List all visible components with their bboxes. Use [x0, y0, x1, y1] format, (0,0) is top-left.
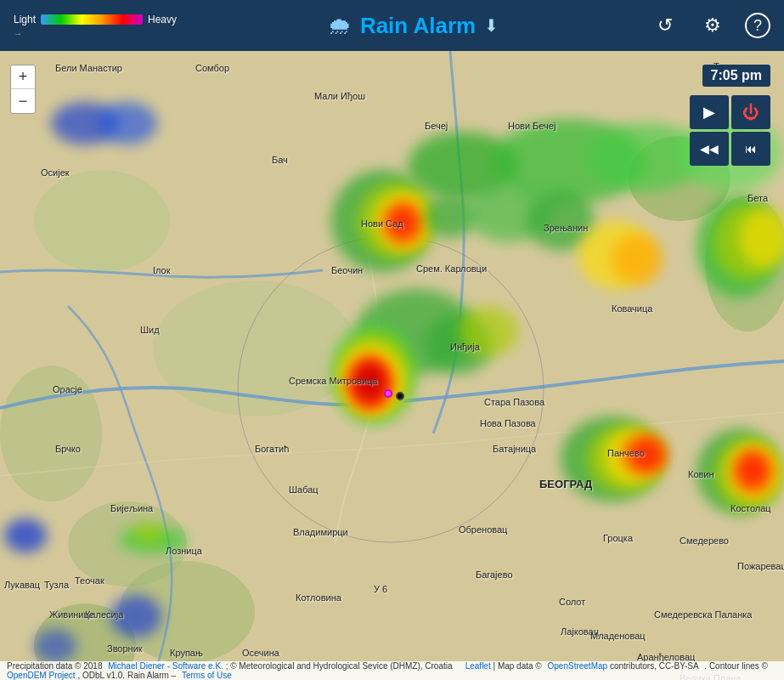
playback-controls: ▶ ⏻ ◀◀ ⏮ [690, 95, 770, 166]
legend-light-label: Light [14, 14, 36, 26]
opendem-link[interactable]: OpenDEM Project [7, 671, 76, 680]
osm-link[interactable]: OpenStreetMap [548, 661, 608, 671]
legend-labels: Light Heavy [14, 14, 177, 26]
legend-area: Light Heavy → [14, 14, 177, 38]
settings-button[interactable]: ⚙ [697, 10, 728, 41]
refresh-button[interactable]: ↺ [650, 10, 680, 41]
legend-arrow: → [14, 29, 22, 38]
leaflet-link[interactable]: Leaflet [465, 661, 491, 671]
terms-link[interactable]: Terms of Use [182, 671, 232, 680]
header: Light Heavy → 🌧 Rain Alarm ⬇ ↺ ⚙ ? [0, 0, 784, 51]
svg-point-6 [119, 561, 255, 663]
app-title: Rain Alarm [360, 13, 476, 39]
zoom-out-button[interactable]: − [11, 89, 35, 113]
legend-heavy-label: Heavy [148, 14, 177, 26]
attribution-text: Precipitation data © 2018 Michael Diener… [7, 661, 774, 680]
attribution-bar: Precipitation data © 2018 Michael Diener… [0, 661, 784, 680]
download-icon[interactable]: ⬇ [484, 15, 499, 36]
svg-point-1 [34, 170, 170, 272]
legend-bar-row: → [14, 29, 22, 38]
power-button[interactable]: ⏻ [731, 95, 770, 129]
zoom-controls: + − [10, 65, 36, 114]
header-right: ↺ ⚙ ? [650, 10, 770, 41]
time-display: 7:05 pm [702, 65, 770, 87]
header-center: 🌧 Rain Alarm ⬇ [328, 12, 499, 40]
legend-bar [41, 14, 143, 25]
skip-back-button[interactable]: ⏮ [731, 132, 770, 166]
help-button[interactable]: ? [745, 13, 770, 38]
attribution-link1[interactable]: Michael Diener - Software e.K. [108, 661, 223, 671]
zoom-in-button[interactable]: + [11, 65, 35, 89]
cloud-rain-icon: 🌧 [328, 12, 352, 40]
map-container[interactable]: Бели МанастирСомборТимишоараМали ИђошБеч… [0, 51, 784, 680]
svg-point-3 [0, 366, 102, 502]
map-svg [0, 51, 784, 680]
play-button[interactable]: ▶ [690, 95, 729, 129]
rewind-button[interactable]: ◀◀ [690, 132, 729, 166]
